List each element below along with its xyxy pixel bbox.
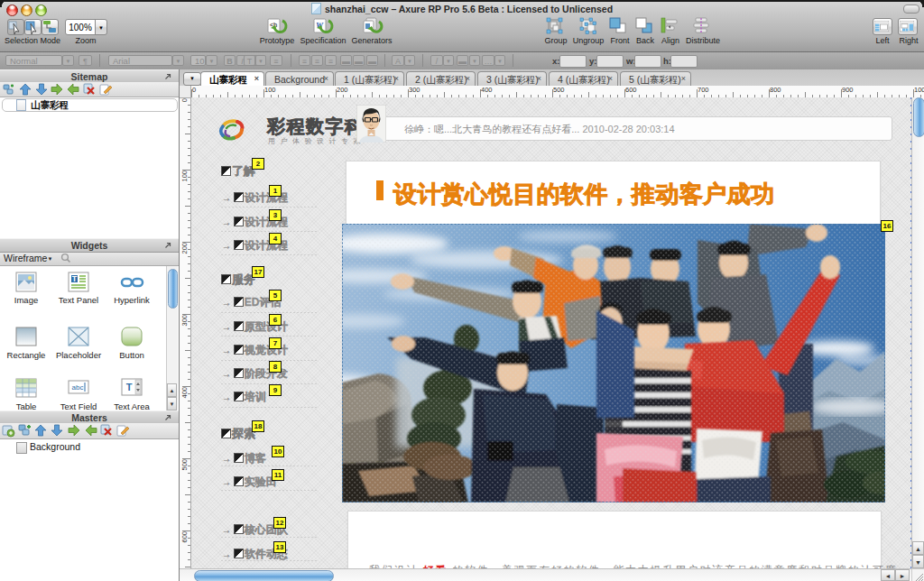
svg-text:Image: Image: [14, 295, 38, 305]
svg-text:Text Field: Text Field: [60, 401, 97, 410]
svg-text:Placeholder: Placeholder: [56, 350, 101, 360]
svg-text:Table: Table: [16, 401, 37, 410]
svg-text:Text Panel: Text Panel: [59, 295, 98, 305]
svg-text:T: T: [126, 382, 133, 392]
svg-text:Hyperlink: Hyperlink: [114, 295, 150, 305]
svg-text:abc: abc: [72, 383, 84, 392]
svg-text:Rectangle: Rectangle: [7, 350, 46, 360]
svg-text:Button: Button: [119, 350, 143, 360]
svg-text:T: T: [72, 274, 78, 283]
svg-text:Text Area: Text Area: [114, 401, 150, 410]
